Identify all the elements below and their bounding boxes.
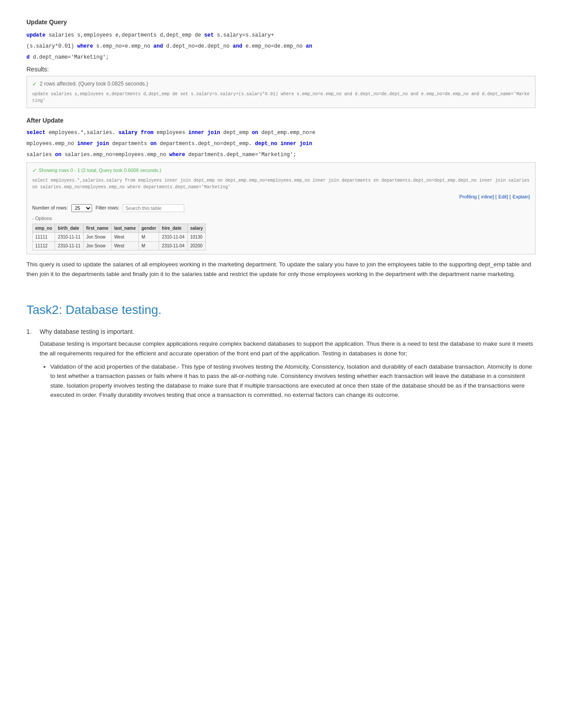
list-item-1: Validation of the acid properties of the…: [50, 362, 536, 400]
filter-rows-input[interactable]: [123, 204, 184, 212]
item-number: 1.: [26, 327, 35, 403]
num-rows-select[interactable]: 25 50 100: [71, 204, 92, 212]
showing-rows: ✓ Showing rows 0 - 1 (2 total, Query too…: [32, 166, 530, 175]
inline-link[interactable]: inline: [481, 194, 493, 199]
task2-heading: Task2: Database testing.: [26, 301, 536, 319]
description-text: This query is used to update the salarie…: [26, 260, 536, 279]
table-header-row: emp_no birth_date first_name last_name g…: [33, 224, 206, 233]
kw-join3: join: [299, 141, 312, 147]
filter-rows-label: Filter rows:: [96, 204, 119, 212]
options-label: - Options: [32, 215, 530, 222]
table-cell: West: [112, 233, 139, 242]
profiling-links: Profiling [inline] [Edit] [Explain]: [32, 193, 530, 201]
table-controls: Number of rows: 25 50 100 Filter rows:: [32, 204, 530, 212]
col-birth-date: birth_date: [55, 224, 83, 233]
kw-an: an: [306, 43, 312, 49]
col-salary: salary: [187, 224, 206, 233]
check-icon-2: ✓: [32, 166, 37, 175]
result-success: ✓ 2 rows affected. (Query took 0.0825 se…: [32, 80, 530, 89]
update-query-section: Update Query update salaries s,employees…: [26, 18, 536, 108]
table-row: 111112310-11-11Jon SnowWestM2310-11-0410…: [33, 233, 206, 242]
explain-link[interactable]: Explain: [513, 194, 529, 199]
table-cell: West: [112, 242, 139, 250]
kw-from: from: [141, 130, 153, 136]
kw-and-1: and: [153, 43, 163, 49]
after-update-result-box: ✓ Showing rows 0 - 1 (2 total, Query too…: [26, 162, 536, 255]
table-row: 111122310-11-11Jon SnowWestM2310-11-0420…: [33, 242, 206, 250]
kw-where2: where: [169, 152, 185, 158]
table-cell: 2310-11-11: [55, 242, 83, 250]
kw-select: select: [26, 130, 45, 136]
edit-link[interactable]: Edit: [499, 194, 507, 199]
item-intro: Database testing is important because co…: [40, 339, 536, 358]
kw-set: set: [204, 32, 214, 38]
table-cell: 2310-11-04: [159, 242, 187, 250]
kw-on1: on: [252, 130, 258, 136]
task2-item-1: 1. Why database testing is important. Da…: [26, 327, 536, 403]
kw-and-2: and: [233, 43, 242, 49]
table-cell: Jon Snow: [83, 233, 112, 242]
result-box: ✓ 2 rows affected. (Query took 0.0825 se…: [26, 76, 536, 108]
item-title: Why database testing is important.: [40, 327, 536, 336]
table-cell: 2310-11-04: [159, 233, 187, 242]
kw-inner3: inner: [280, 141, 296, 147]
col-hire-date: hire_date: [159, 224, 187, 233]
result-query-echo: update salaries s,employees e,department…: [32, 91, 530, 104]
task2-section: Task2: Database testing. 1. Why database…: [26, 301, 536, 403]
update-code-2: (s.salary*0.01) where s.emp_no=e.emp_no …: [26, 42, 536, 51]
select-query-echo: select employees.*,salaries.salary from …: [32, 177, 530, 190]
table-cell: 2310-11-11: [55, 233, 83, 242]
col-first-name: first_name: [83, 224, 112, 233]
num-rows-label: Number of rows:: [32, 204, 68, 212]
table-cell: Jon Snow: [83, 242, 112, 250]
table-body: 111112310-11-11Jon SnowWestM2310-11-0410…: [33, 233, 206, 250]
update-code-3: d d.dept_name='Marketing';: [26, 53, 536, 62]
kw-d: d: [26, 54, 30, 60]
item-content: Why database testing is important. Datab…: [40, 327, 536, 403]
table-cell: 20200: [187, 242, 206, 250]
after-update-section: After Update select employees.*,salaries…: [26, 116, 536, 279]
kw-where: where: [77, 43, 93, 49]
select-code-3: salaries on salaries.emp_no=employees.em…: [26, 151, 536, 159]
results-label: Results:: [26, 65, 536, 74]
kw-join2: join: [96, 141, 109, 147]
after-update-title: After Update: [26, 116, 536, 125]
bullet-list: Validation of the acid properties of the…: [40, 362, 536, 400]
kw-update: update: [26, 32, 45, 38]
update-code: update salaries s,employees e,department…: [26, 31, 536, 40]
result-success-msg: 2 rows affected. (Query took 0.0825 seco…: [40, 80, 148, 88]
kw-salary: salary: [119, 130, 138, 136]
col-emp-no: emp_no: [33, 224, 55, 233]
col-last-name: last_name: [112, 224, 139, 233]
kw-on3: on: [55, 152, 61, 158]
profiling-link[interactable]: Profiling: [459, 194, 477, 199]
table-cell: M: [139, 242, 159, 250]
table-cell: M: [139, 233, 159, 242]
kw-deptno: dept_no: [255, 141, 277, 147]
result-table: emp_no birth_date first_name last_name g…: [32, 224, 206, 250]
kw-inner2: inner: [77, 141, 93, 147]
kw-join1: join: [208, 130, 220, 136]
select-code-2: mployees.emp_no inner join departments o…: [26, 140, 536, 148]
select-code-1: select employees.*,salaries. salary from…: [26, 129, 536, 137]
check-icon: ✓: [32, 80, 37, 89]
table-cell: 11112: [33, 242, 55, 250]
table-cell: 11111: [33, 233, 55, 242]
section-title: Update Query: [26, 18, 536, 27]
kw-inner1: inner: [188, 130, 204, 136]
showing-rows-text: Showing rows 0 - 1 (2 total, Query took …: [39, 167, 161, 174]
kw-on2: on: [150, 141, 156, 147]
col-gender: gender: [139, 224, 159, 233]
table-cell: 10130: [187, 233, 206, 242]
